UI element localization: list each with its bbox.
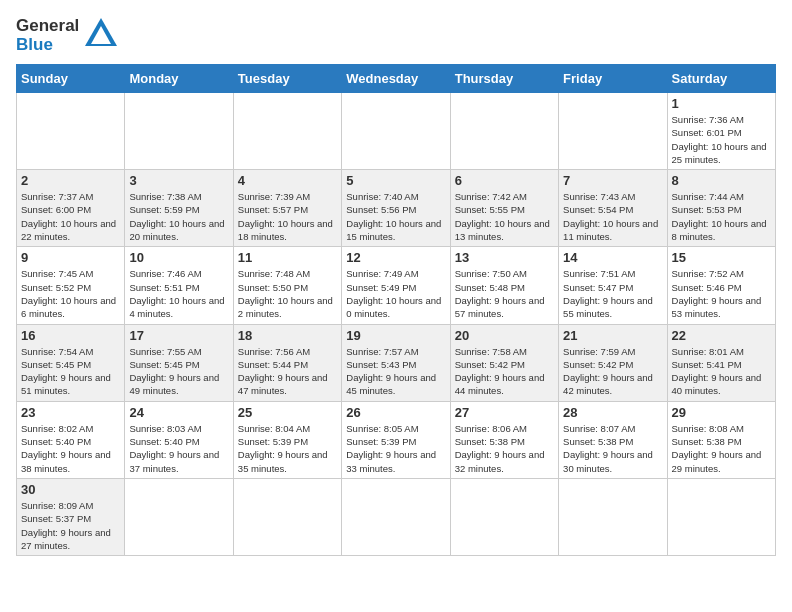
day-cell: 11Sunrise: 7:48 AM Sunset: 5:50 PM Dayli… <box>233 247 341 324</box>
week-row-4: 16Sunrise: 7:54 AM Sunset: 5:45 PM Dayli… <box>17 324 776 401</box>
day-number: 23 <box>21 405 120 420</box>
day-info: Sunrise: 8:03 AM Sunset: 5:40 PM Dayligh… <box>129 422 228 475</box>
day-cell: 30Sunrise: 8:09 AM Sunset: 5:37 PM Dayli… <box>17 478 125 555</box>
weekday-header-saturday: Saturday <box>667 65 775 93</box>
day-number: 25 <box>238 405 337 420</box>
day-number: 21 <box>563 328 662 343</box>
day-number: 26 <box>346 405 445 420</box>
weekday-header-monday: Monday <box>125 65 233 93</box>
day-info: Sunrise: 7:56 AM Sunset: 5:44 PM Dayligh… <box>238 345 337 398</box>
logo-triangle-icon <box>83 16 119 56</box>
day-cell: 5Sunrise: 7:40 AM Sunset: 5:56 PM Daylig… <box>342 170 450 247</box>
day-number: 8 <box>672 173 771 188</box>
day-info: Sunrise: 7:48 AM Sunset: 5:50 PM Dayligh… <box>238 267 337 320</box>
day-cell: 28Sunrise: 8:07 AM Sunset: 5:38 PM Dayli… <box>559 401 667 478</box>
day-number: 12 <box>346 250 445 265</box>
day-cell: 12Sunrise: 7:49 AM Sunset: 5:49 PM Dayli… <box>342 247 450 324</box>
day-number: 2 <box>21 173 120 188</box>
day-cell: 18Sunrise: 7:56 AM Sunset: 5:44 PM Dayli… <box>233 324 341 401</box>
day-info: Sunrise: 7:58 AM Sunset: 5:42 PM Dayligh… <box>455 345 554 398</box>
day-cell: 4Sunrise: 7:39 AM Sunset: 5:57 PM Daylig… <box>233 170 341 247</box>
day-cell <box>450 478 558 555</box>
day-info: Sunrise: 7:38 AM Sunset: 5:59 PM Dayligh… <box>129 190 228 243</box>
day-cell: 13Sunrise: 7:50 AM Sunset: 5:48 PM Dayli… <box>450 247 558 324</box>
day-info: Sunrise: 7:37 AM Sunset: 6:00 PM Dayligh… <box>21 190 120 243</box>
weekday-header-thursday: Thursday <box>450 65 558 93</box>
day-number: 14 <box>563 250 662 265</box>
day-number: 20 <box>455 328 554 343</box>
day-info: Sunrise: 8:07 AM Sunset: 5:38 PM Dayligh… <box>563 422 662 475</box>
day-cell: 8Sunrise: 7:44 AM Sunset: 5:53 PM Daylig… <box>667 170 775 247</box>
day-info: Sunrise: 8:02 AM Sunset: 5:40 PM Dayligh… <box>21 422 120 475</box>
day-cell <box>342 478 450 555</box>
day-number: 9 <box>21 250 120 265</box>
day-info: Sunrise: 7:46 AM Sunset: 5:51 PM Dayligh… <box>129 267 228 320</box>
day-info: Sunrise: 8:08 AM Sunset: 5:38 PM Dayligh… <box>672 422 771 475</box>
day-cell: 22Sunrise: 8:01 AM Sunset: 5:41 PM Dayli… <box>667 324 775 401</box>
weekday-header-row: SundayMondayTuesdayWednesdayThursdayFrid… <box>17 65 776 93</box>
logo-blue: Blue <box>16 35 53 54</box>
day-info: Sunrise: 7:39 AM Sunset: 5:57 PM Dayligh… <box>238 190 337 243</box>
weekday-header-tuesday: Tuesday <box>233 65 341 93</box>
day-cell: 6Sunrise: 7:42 AM Sunset: 5:55 PM Daylig… <box>450 170 558 247</box>
week-row-2: 2Sunrise: 7:37 AM Sunset: 6:00 PM Daylig… <box>17 170 776 247</box>
weekday-header-wednesday: Wednesday <box>342 65 450 93</box>
day-cell <box>342 93 450 170</box>
day-cell: 20Sunrise: 7:58 AM Sunset: 5:42 PM Dayli… <box>450 324 558 401</box>
day-number: 13 <box>455 250 554 265</box>
day-info: Sunrise: 7:40 AM Sunset: 5:56 PM Dayligh… <box>346 190 445 243</box>
day-info: Sunrise: 7:45 AM Sunset: 5:52 PM Dayligh… <box>21 267 120 320</box>
day-cell: 27Sunrise: 8:06 AM Sunset: 5:38 PM Dayli… <box>450 401 558 478</box>
day-number: 17 <box>129 328 228 343</box>
day-cell: 19Sunrise: 7:57 AM Sunset: 5:43 PM Dayli… <box>342 324 450 401</box>
day-cell <box>559 478 667 555</box>
day-info: Sunrise: 7:42 AM Sunset: 5:55 PM Dayligh… <box>455 190 554 243</box>
day-number: 10 <box>129 250 228 265</box>
day-cell: 16Sunrise: 7:54 AM Sunset: 5:45 PM Dayli… <box>17 324 125 401</box>
day-number: 19 <box>346 328 445 343</box>
day-number: 1 <box>672 96 771 111</box>
week-row-1: 1Sunrise: 7:36 AM Sunset: 6:01 PM Daylig… <box>17 93 776 170</box>
day-cell: 1Sunrise: 7:36 AM Sunset: 6:01 PM Daylig… <box>667 93 775 170</box>
day-info: Sunrise: 7:55 AM Sunset: 5:45 PM Dayligh… <box>129 345 228 398</box>
day-cell: 14Sunrise: 7:51 AM Sunset: 5:47 PM Dayli… <box>559 247 667 324</box>
day-number: 11 <box>238 250 337 265</box>
day-number: 27 <box>455 405 554 420</box>
day-info: Sunrise: 7:43 AM Sunset: 5:54 PM Dayligh… <box>563 190 662 243</box>
day-cell <box>17 93 125 170</box>
weekday-header-friday: Friday <box>559 65 667 93</box>
weekday-header-sunday: Sunday <box>17 65 125 93</box>
day-number: 7 <box>563 173 662 188</box>
day-info: Sunrise: 7:57 AM Sunset: 5:43 PM Dayligh… <box>346 345 445 398</box>
day-cell: 25Sunrise: 8:04 AM Sunset: 5:39 PM Dayli… <box>233 401 341 478</box>
day-number: 15 <box>672 250 771 265</box>
day-number: 29 <box>672 405 771 420</box>
day-info: Sunrise: 8:09 AM Sunset: 5:37 PM Dayligh… <box>21 499 120 552</box>
day-info: Sunrise: 7:36 AM Sunset: 6:01 PM Dayligh… <box>672 113 771 166</box>
day-info: Sunrise: 8:05 AM Sunset: 5:39 PM Dayligh… <box>346 422 445 475</box>
day-info: Sunrise: 7:59 AM Sunset: 5:42 PM Dayligh… <box>563 345 662 398</box>
day-cell <box>125 93 233 170</box>
day-number: 4 <box>238 173 337 188</box>
day-cell: 3Sunrise: 7:38 AM Sunset: 5:59 PM Daylig… <box>125 170 233 247</box>
day-info: Sunrise: 7:44 AM Sunset: 5:53 PM Dayligh… <box>672 190 771 243</box>
day-number: 22 <box>672 328 771 343</box>
day-cell: 24Sunrise: 8:03 AM Sunset: 5:40 PM Dayli… <box>125 401 233 478</box>
week-row-6: 30Sunrise: 8:09 AM Sunset: 5:37 PM Dayli… <box>17 478 776 555</box>
logo-general: General <box>16 16 79 35</box>
day-cell: 7Sunrise: 7:43 AM Sunset: 5:54 PM Daylig… <box>559 170 667 247</box>
day-number: 30 <box>21 482 120 497</box>
day-cell: 2Sunrise: 7:37 AM Sunset: 6:00 PM Daylig… <box>17 170 125 247</box>
day-number: 6 <box>455 173 554 188</box>
day-info: Sunrise: 7:49 AM Sunset: 5:49 PM Dayligh… <box>346 267 445 320</box>
header: General Blue <box>16 16 776 56</box>
day-cell: 21Sunrise: 7:59 AM Sunset: 5:42 PM Dayli… <box>559 324 667 401</box>
day-number: 18 <box>238 328 337 343</box>
day-info: Sunrise: 8:01 AM Sunset: 5:41 PM Dayligh… <box>672 345 771 398</box>
day-cell: 15Sunrise: 7:52 AM Sunset: 5:46 PM Dayli… <box>667 247 775 324</box>
day-cell <box>450 93 558 170</box>
week-row-3: 9Sunrise: 7:45 AM Sunset: 5:52 PM Daylig… <box>17 247 776 324</box>
day-cell: 17Sunrise: 7:55 AM Sunset: 5:45 PM Dayli… <box>125 324 233 401</box>
day-cell: 29Sunrise: 8:08 AM Sunset: 5:38 PM Dayli… <box>667 401 775 478</box>
logo: General Blue <box>16 16 119 56</box>
